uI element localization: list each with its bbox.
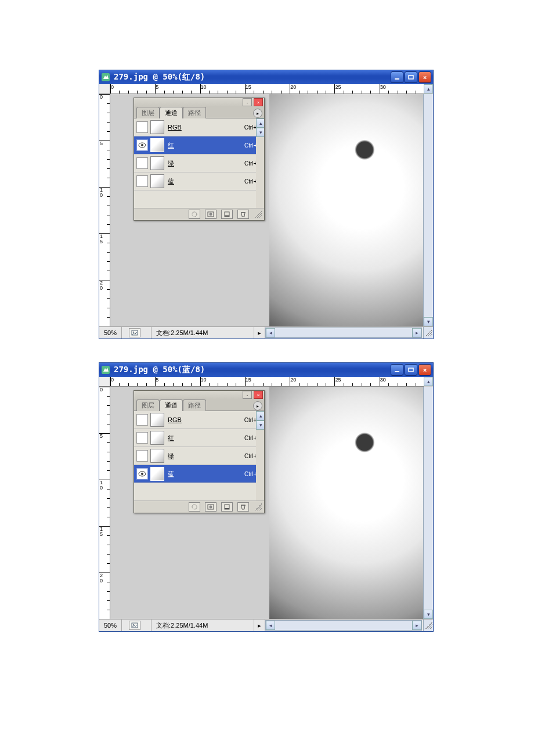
panel-tab[interactable]: 图层 xyxy=(136,399,160,411)
window-titlebar[interactable]: 279.jpg @ 50%(蓝/8)× xyxy=(99,363,433,377)
trash-icon[interactable] xyxy=(237,502,249,512)
panel-tab[interactable]: 路径 xyxy=(183,399,206,411)
channel-row[interactable]: 蓝Ctrl+3 xyxy=(134,465,264,483)
window-titlebar[interactable]: 279.jpg @ 50%(红/8)× xyxy=(99,70,433,84)
panel-tab[interactable]: 图层 xyxy=(136,107,160,118)
visibility-toggle[interactable] xyxy=(136,175,148,187)
channel-row[interactable]: RGBCtrl+~ xyxy=(134,118,264,136)
minimize-button[interactable] xyxy=(391,364,403,376)
panel-scrollbar[interactable]: ▴▾ xyxy=(256,118,264,208)
resize-grip[interactable] xyxy=(423,620,433,631)
doc-info-button[interactable] xyxy=(122,620,151,631)
scroll-down-icon[interactable]: ▾ xyxy=(256,128,264,137)
doc-size-label: 文档:2.25M/1.44M xyxy=(151,620,254,631)
panel-titlebar[interactable]: -× xyxy=(134,98,264,106)
close-button[interactable]: × xyxy=(418,71,431,83)
visibility-toggle[interactable] xyxy=(136,414,148,426)
channel-thumbnail xyxy=(150,174,164,188)
scroll-left-icon[interactable]: ◂ xyxy=(266,621,275,630)
new-channel-icon[interactable] xyxy=(221,502,233,512)
panel-footer xyxy=(134,208,264,220)
ruler-origin[interactable] xyxy=(99,377,110,387)
panel-scrollbar[interactable]: ▴▾ xyxy=(256,411,264,501)
channel-thumbnail xyxy=(150,431,164,445)
minimize-button[interactable] xyxy=(391,71,403,83)
scroll-down-icon[interactable]: ▾ xyxy=(424,317,433,326)
maximize-button[interactable] xyxy=(405,364,417,376)
scroll-up-icon[interactable]: ▴ xyxy=(424,84,433,93)
panel-resize-grip[interactable] xyxy=(255,211,262,218)
scroll-down-icon[interactable]: ▾ xyxy=(256,420,264,430)
doc-info-menu[interactable]: ▸ xyxy=(254,620,265,631)
svg-rect-2 xyxy=(409,75,413,79)
doc-info-menu[interactable]: ▸ xyxy=(254,327,265,339)
new-channel-icon[interactable] xyxy=(221,210,233,219)
scroll-up-icon[interactable]: ▴ xyxy=(256,118,264,128)
scroll-right-icon[interactable]: ▸ xyxy=(412,328,421,337)
ruler-vertical[interactable]: 0510152025 xyxy=(99,94,110,326)
ruler-origin[interactable] xyxy=(99,84,110,94)
doc-info-button[interactable] xyxy=(122,327,151,339)
close-button[interactable]: × xyxy=(418,364,431,376)
scroll-left-icon[interactable]: ◂ xyxy=(266,328,275,337)
vertical-scrollbar[interactable]: ▾ xyxy=(423,94,433,326)
channel-row[interactable]: 绿Ctrl+2 xyxy=(134,447,264,465)
channel-thumbnail xyxy=(150,138,164,152)
panel-menu-button[interactable]: ▸ xyxy=(253,109,262,118)
channel-row[interactable]: 红Ctrl+1 xyxy=(134,136,264,154)
panel-titlebar[interactable]: -× xyxy=(134,391,264,399)
resize-grip[interactable] xyxy=(423,327,433,339)
panel-minimize-button[interactable]: - xyxy=(243,98,252,106)
channel-row[interactable]: 红Ctrl+1 xyxy=(134,429,264,447)
vertical-scrollbar[interactable]: ▾ xyxy=(423,387,433,619)
load-selection-icon[interactable] xyxy=(189,502,200,512)
save-selection-icon[interactable] xyxy=(205,210,217,219)
panel-menu-button[interactable]: ▸ xyxy=(253,401,262,411)
zoom-value: 50% xyxy=(104,329,117,336)
svg-rect-14 xyxy=(409,368,413,372)
ruler-horizontal[interactable]: 05101520253035 xyxy=(110,84,424,94)
panel-tab[interactable]: 路径 xyxy=(183,107,206,118)
channel-row[interactable]: 绿Ctrl+2 xyxy=(134,154,264,172)
horizontal-scrollbar[interactable]: ◂▸ xyxy=(265,620,422,631)
scroll-up-icon[interactable]: ▴ xyxy=(424,377,433,386)
panel-close-button[interactable]: × xyxy=(254,391,263,399)
visibility-toggle[interactable] xyxy=(136,468,148,480)
panel-minimize-button[interactable]: - xyxy=(243,391,252,399)
canvas[interactable]: -×图层通道路径▸RGBCtrl+~红Ctrl+1绿Ctrl+2蓝Ctrl+3▴… xyxy=(110,94,423,326)
zoom-field[interactable]: 50% xyxy=(99,327,122,339)
canvas[interactable]: -×图层通道路径▸RGBCtrl+~红Ctrl+1绿Ctrl+2蓝Ctrl+3▴… xyxy=(110,387,423,619)
svg-rect-21 xyxy=(225,508,229,509)
load-selection-icon[interactable] xyxy=(189,210,200,219)
tab-label: 路径 xyxy=(188,402,201,409)
scroll-right-icon[interactable]: ▸ xyxy=(412,621,421,630)
visibility-toggle[interactable] xyxy=(136,450,148,462)
svg-point-17 xyxy=(192,505,197,509)
svg-point-19 xyxy=(210,506,212,509)
doc-info-icon xyxy=(129,328,140,337)
visibility-toggle[interactable] xyxy=(136,157,148,169)
trash-icon[interactable] xyxy=(237,210,249,219)
scroll-up-icon[interactable]: ▴ xyxy=(256,411,264,420)
visibility-toggle[interactable] xyxy=(136,432,148,444)
channel-thumbnail xyxy=(150,156,164,170)
channel-row[interactable]: RGBCtrl+~ xyxy=(134,411,264,429)
tab-label: 通道 xyxy=(165,109,178,116)
zoom-field[interactable]: 50% xyxy=(99,620,122,631)
save-selection-icon[interactable] xyxy=(205,502,217,512)
channel-row[interactable]: 蓝Ctrl+3 xyxy=(134,172,264,190)
maximize-button[interactable] xyxy=(405,71,417,83)
horizontal-scrollbar[interactable]: ◂▸ xyxy=(265,327,422,338)
panel-close-button[interactable]: × xyxy=(254,98,263,106)
panel-tab[interactable]: 通道 xyxy=(160,107,183,118)
ruler-vertical[interactable]: 0510152025 xyxy=(99,387,110,619)
visibility-toggle[interactable] xyxy=(136,139,148,151)
panel-resize-grip[interactable] xyxy=(255,503,262,510)
visibility-toggle[interactable] xyxy=(136,121,148,133)
ruler-horizontal[interactable]: 05101520253035 xyxy=(110,377,424,387)
panel-tab[interactable]: 通道 xyxy=(160,399,183,411)
scroll-down-icon[interactable]: ▾ xyxy=(424,610,433,619)
doc-size-value: 文档:2.25M/1.44M xyxy=(156,329,208,337)
document-icon xyxy=(101,365,110,375)
svg-point-16 xyxy=(141,473,143,475)
